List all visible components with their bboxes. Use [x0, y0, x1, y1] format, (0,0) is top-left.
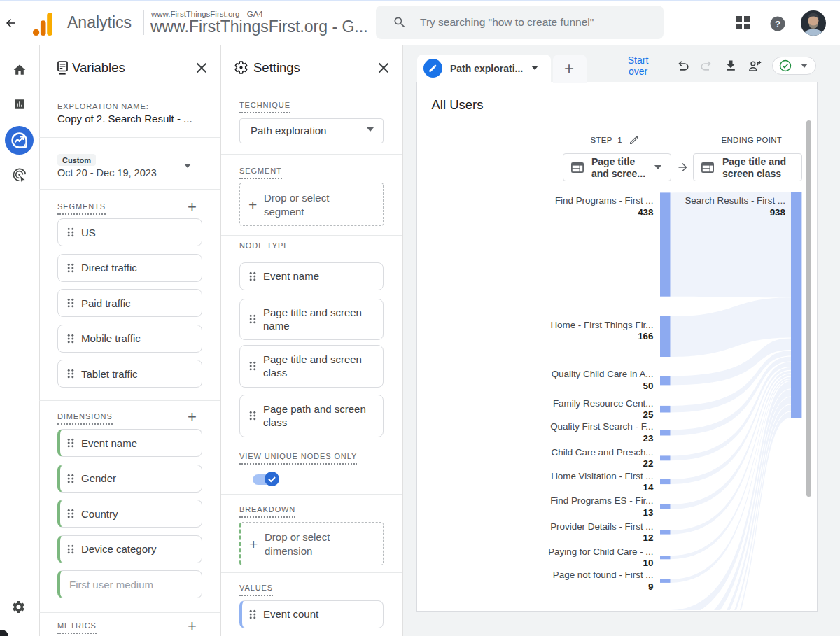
svg-text:?: ? [775, 19, 780, 29]
